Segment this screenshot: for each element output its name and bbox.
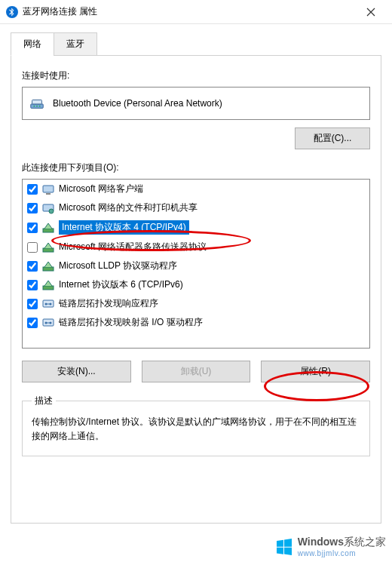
item-label: Internet 协议版本 4 (TCP/IPv4): [59, 220, 189, 235]
bluetooth-icon: [6, 6, 18, 18]
svg-point-3: [33, 106, 35, 107]
svg-rect-12: [43, 267, 54, 271]
item-label: 链路层拓扑发现映射器 I/O 驱动程序: [59, 316, 203, 329]
connect-using-label: 连接时使用:: [22, 69, 370, 82]
item-label: Microsoft LLDP 协议驱动程序: [59, 260, 177, 272]
svg-rect-7: [46, 193, 51, 195]
item-label: Microsoft 网络适配器多路传送器协议: [59, 241, 207, 253]
svg-rect-13: [43, 286, 54, 290]
list-item[interactable]: Internet 协议版本 6 (TCP/IPv6): [23, 275, 369, 294]
lltd-icon: [42, 317, 54, 329]
item-label: Internet 协议版本 6 (TCP/IPv6): [59, 278, 183, 291]
close-button[interactable]: [356, 0, 386, 23]
item-checkbox[interactable]: [27, 299, 38, 309]
windows-logo-icon: [275, 538, 293, 556]
svg-rect-10: [43, 229, 54, 232]
list-item[interactable]: Internet 协议版本 4 (TCP/IPv4): [23, 217, 369, 238]
network-items-list[interactable]: Microsoft 网络客户端Microsoft 网络的文件和打印机共享Inte…: [22, 179, 370, 349]
item-checkbox[interactable]: [27, 280, 38, 290]
svg-rect-6: [43, 186, 54, 192]
tab-bluetooth[interactable]: 蓝牙: [54, 32, 97, 56]
configure-button[interactable]: 配置(C)...: [295, 127, 370, 149]
list-item[interactable]: Microsoft LLDP 协议驱动程序: [23, 256, 369, 275]
list-item[interactable]: Microsoft 网络客户端: [23, 180, 369, 198]
watermark-url: www.bjjmlv.com: [298, 549, 386, 557]
item-checkbox[interactable]: [27, 223, 38, 233]
item-checkbox[interactable]: [27, 318, 38, 328]
svg-rect-11: [43, 248, 54, 252]
item-checkbox[interactable]: [27, 261, 38, 272]
description-legend: 描述: [32, 395, 56, 407]
watermark-brand: Windows: [298, 536, 344, 548]
tabs: 网络 蓝牙: [11, 32, 381, 56]
proto-icon: [42, 241, 54, 253]
uninstall-button[interactable]: 卸载(U): [142, 361, 251, 382]
item-label: Microsoft 网络客户端: [59, 183, 143, 195]
item-checkbox[interactable]: [27, 203, 38, 213]
watermark: Windows系统之家 www.bjjmlv.com: [275, 536, 386, 557]
list-item[interactable]: 链路层拓扑发现响应程序: [23, 294, 369, 313]
tab-content: 连接时使用: Bluetooth Device (Personal Area N…: [11, 56, 381, 524]
install-button[interactable]: 安装(N)...: [22, 361, 131, 382]
svg-point-5: [39, 106, 41, 107]
client-icon: [42, 183, 54, 195]
proto-icon: [42, 260, 54, 272]
list-item[interactable]: Microsoft 网络适配器多路传送器协议: [23, 238, 369, 256]
items-label: 此连接使用下列项目(O):: [22, 161, 370, 174]
item-label: Microsoft 网络的文件和打印机共享: [59, 201, 198, 214]
item-checkbox[interactable]: [27, 184, 38, 195]
svg-point-4: [36, 106, 38, 107]
description-group: 描述 传输控制协议/Internet 协议。该协议是默认的广域网络协议，用于在不…: [22, 395, 370, 456]
properties-button[interactable]: 属性(R): [261, 361, 370, 382]
dialog-body: 网络 蓝牙 连接时使用: Bluetooth Device (Personal …: [0, 24, 392, 534]
window-title: 蓝牙网络连接 属性: [23, 5, 356, 18]
device-adapter-box: Bluetooth Device (Personal Area Network): [22, 87, 370, 120]
device-name: Bluetooth Device (Personal Area Network): [53, 98, 222, 109]
svg-rect-2: [32, 100, 42, 104]
description-text: 传输控制协议/Internet 协议。该协议是默认的广域网络协议，用于在不同的相…: [32, 415, 360, 444]
lltd-icon: [42, 298, 54, 310]
watermark-suffix: 系统之家: [344, 536, 386, 548]
adapter-icon: [29, 95, 45, 112]
proto-icon: [42, 279, 54, 291]
tab-network[interactable]: 网络: [11, 32, 54, 56]
item-checkbox[interactable]: [27, 242, 38, 253]
svg-point-9: [49, 209, 54, 213]
titlebar: 蓝牙网络连接 属性: [0, 0, 392, 24]
share-icon: [42, 202, 54, 214]
list-item[interactable]: 链路层拓扑发现映射器 I/O 驱动程序: [23, 313, 369, 332]
item-label: 链路层拓扑发现响应程序: [59, 297, 158, 310]
proto-icon: [42, 222, 54, 234]
list-item[interactable]: Microsoft 网络的文件和打印机共享: [23, 198, 369, 217]
